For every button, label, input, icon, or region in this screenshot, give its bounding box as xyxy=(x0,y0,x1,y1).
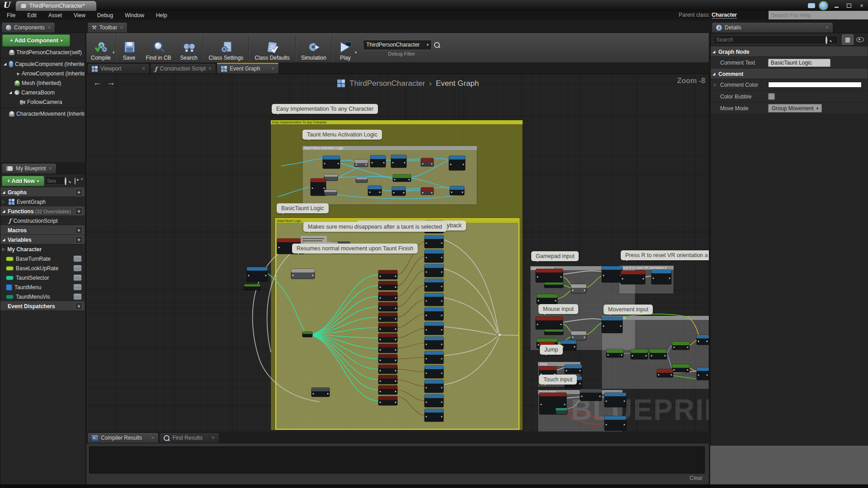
graph-node-grey[interactable] xyxy=(291,269,315,279)
graph-node-blue[interactable] xyxy=(425,380,443,393)
clear-button[interactable]: Clear xyxy=(689,475,703,481)
details-grid-view-button[interactable]: ▦ xyxy=(842,34,854,45)
graph-node-blue[interactable] xyxy=(651,270,671,284)
section-functions[interactable]: ◢Functions(32 Overridable)+ xyxy=(0,206,85,216)
add-component-button[interactable]: + Add Component▾ xyxy=(2,34,70,47)
variable-visibility-icon[interactable] xyxy=(73,284,82,291)
feedback-chat-icon[interactable] xyxy=(808,3,815,8)
graph-node-blue[interactable] xyxy=(391,155,406,168)
menu-edit[interactable]: Edit xyxy=(21,12,42,19)
graph-node-darkred[interactable] xyxy=(378,270,397,279)
toolbar-tab-close-icon[interactable]: × xyxy=(120,25,123,30)
section-event-dispatchers[interactable]: Event Dispatchers+ xyxy=(0,301,85,311)
event-graph-canvas[interactable]: BLUEPRINTEasy Implementation To any Char… xyxy=(86,74,709,432)
graph-node-green[interactable] xyxy=(244,284,260,290)
graph-node-green[interactable] xyxy=(537,294,557,304)
variable-row-tauntselector[interactable]: TauntSelector xyxy=(0,273,85,282)
simulation-button[interactable]: Simulation xyxy=(297,33,331,63)
component-row-capsulecomponent[interactable]: ◢CapsuleComponent (Inherited) xyxy=(0,59,85,69)
graph-node-red[interactable] xyxy=(536,269,563,282)
graph-node-blue[interactable] xyxy=(425,250,443,263)
graph-node-darkred[interactable] xyxy=(378,396,397,405)
details-tab-close-icon[interactable]: × xyxy=(826,25,829,30)
graph-node-grey[interactable] xyxy=(571,331,586,340)
graph-node-blue[interactable] xyxy=(368,186,382,196)
tab-close-icon[interactable]: × xyxy=(212,436,215,440)
menu-file[interactable]: File xyxy=(1,12,21,19)
nav-forward-icon[interactable]: → xyxy=(107,78,115,88)
graph-node-blue[interactable] xyxy=(602,317,623,333)
menu-view[interactable]: View xyxy=(68,12,91,19)
graph-node-dark[interactable] xyxy=(580,389,602,401)
save-button[interactable]: Save xyxy=(117,33,142,63)
my-blueprint-filter-caret-icon[interactable]: ▾ xyxy=(81,177,83,181)
graph-node-red[interactable] xyxy=(657,369,673,377)
variable-visibility-icon[interactable] xyxy=(73,255,82,262)
window-close-button[interactable]: × xyxy=(857,2,866,9)
marketplace-icon[interactable] xyxy=(819,1,828,10)
graph-node-blue[interactable] xyxy=(425,337,443,349)
graph-node-blue[interactable] xyxy=(450,186,464,195)
graph-node-blue[interactable] xyxy=(425,293,443,306)
debug-filter-search-icon[interactable] xyxy=(434,42,440,48)
component-row-arrowcomponent[interactable]: ArrowComponent (Inherited) xyxy=(0,69,85,78)
search-button[interactable]: Search xyxy=(176,33,202,63)
graph-node-blue[interactable] xyxy=(425,351,443,364)
variable-visibility-icon[interactable] xyxy=(73,293,82,300)
graph-node-blue[interactable] xyxy=(425,235,443,248)
tab-close-icon[interactable]: × xyxy=(151,436,154,440)
variable-visibility-icon[interactable] xyxy=(73,274,82,281)
tab-viewport[interactable]: Viewport× xyxy=(87,63,150,74)
nav-back-icon[interactable]: ← xyxy=(93,78,102,88)
expander-icon[interactable]: ◢ xyxy=(8,90,13,94)
category-my-character[interactable]: ▷My Character xyxy=(0,244,85,254)
graph-node-blue[interactable] xyxy=(561,340,576,350)
category-expander-icon[interactable]: ▷ xyxy=(2,247,5,251)
graph-node-blue[interactable] xyxy=(425,409,443,422)
play-caret-icon[interactable]: ▾ xyxy=(355,50,357,55)
graph-node-green[interactable] xyxy=(650,349,667,359)
graph-node-blue[interactable] xyxy=(247,267,268,282)
details-section-comment[interactable]: ◢Comment xyxy=(711,69,868,79)
tab-components[interactable]: Components × xyxy=(1,22,55,33)
tab-close-icon[interactable]: × xyxy=(271,66,274,71)
move-mode-dropdown[interactable]: Group Movement▾ xyxy=(768,104,822,113)
window-restore-button[interactable] xyxy=(844,2,854,9)
graph-node-blue[interactable] xyxy=(425,308,443,320)
class-settings-button[interactable]: Class Settings xyxy=(204,33,248,63)
graph-node-darkred[interactable] xyxy=(378,375,397,384)
graph-node-green[interactable] xyxy=(672,342,689,350)
graph-node-darkred[interactable] xyxy=(378,354,397,363)
component-row-followcamera[interactable]: FollowCamera xyxy=(0,97,85,107)
graph-node-red[interactable] xyxy=(621,271,645,284)
tab-compiler-results[interactable]: >_Compiler Results× xyxy=(87,432,159,443)
debug-object-dropdown[interactable]: ThirdPersonCharacter▾ xyxy=(363,40,432,50)
variable-row-baselookuprate[interactable]: BaseLookUpRate xyxy=(0,263,85,273)
tab-details[interactable]: i Details × xyxy=(712,22,833,33)
item-expander-icon[interactable]: ▷ xyxy=(2,200,6,204)
section-macros[interactable]: Macros+ xyxy=(0,225,85,235)
section-variables[interactable]: ◢Variables+ xyxy=(0,235,85,244)
details-eye-icon[interactable] xyxy=(856,37,864,42)
graph-node-darkred[interactable] xyxy=(378,313,397,322)
graph-node-blue[interactable] xyxy=(425,366,443,378)
tab-my-blueprint[interactable]: My Blueprint × xyxy=(1,163,57,174)
component-row-thirdpersoncharacter-self[interactable]: ThirdPersonCharacter(self) xyxy=(0,47,85,57)
graph-node-darkred[interactable] xyxy=(378,302,397,311)
graph-node-blue[interactable] xyxy=(425,279,443,291)
graph-node-maroon[interactable] xyxy=(421,188,434,195)
tab-close-icon[interactable]: × xyxy=(208,66,212,71)
graph-node-grey[interactable] xyxy=(324,190,337,195)
menu-help[interactable]: Help xyxy=(150,12,173,19)
graph-node-green[interactable] xyxy=(606,349,623,357)
window-minimize-button[interactable] xyxy=(832,2,841,9)
graph-node-green[interactable] xyxy=(393,174,411,182)
graph-node-dark[interactable] xyxy=(311,388,330,397)
component-row-mesh[interactable]: Mesh (Inherited) xyxy=(0,78,85,88)
graph-node-blue[interactable] xyxy=(392,187,406,196)
graph-node-blue[interactable] xyxy=(425,322,443,335)
graph-node-blue[interactable] xyxy=(370,155,386,167)
graph-node-blue[interactable] xyxy=(425,264,443,277)
asset-tab-close-icon[interactable]: × xyxy=(88,4,91,8)
section-add-icon[interactable]: + xyxy=(75,226,83,234)
